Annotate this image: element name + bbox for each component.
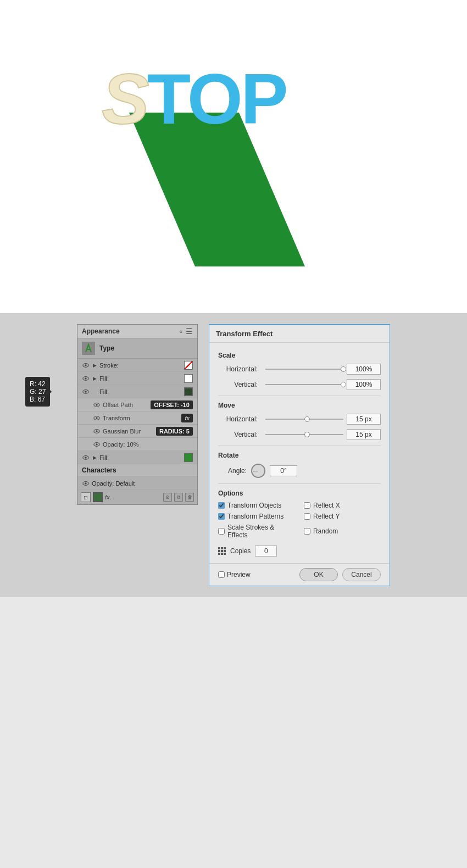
transform-objects-checkbox[interactable] bbox=[218, 502, 225, 509]
grid-dot-1 bbox=[218, 547, 220, 549]
ok-button[interactable]: OK bbox=[299, 568, 338, 581]
eye-icon-offset[interactable] bbox=[93, 401, 101, 409]
opacity-label: Opacity: 10% bbox=[103, 441, 193, 448]
scale-horizontal-slider[interactable] bbox=[265, 369, 343, 370]
copies-input[interactable] bbox=[255, 546, 277, 557]
eye-icon-fill2[interactable] bbox=[82, 388, 90, 396]
type-row: Type bbox=[77, 338, 197, 359]
blur-label: Gaussian Blur bbox=[103, 428, 154, 435]
type-icon bbox=[82, 342, 95, 355]
fill-row-2[interactable]: R: 42 G: 27 B: 67 Fill: bbox=[77, 385, 197, 398]
color-g: G: 27 bbox=[30, 388, 46, 396]
preview-label: Preview bbox=[227, 571, 251, 578]
eye-svg-opacity bbox=[93, 442, 100, 447]
fill1-swatch[interactable] bbox=[184, 374, 193, 383]
transform-objects-label: Transform Objects bbox=[227, 502, 281, 509]
copies-label: Copies bbox=[230, 547, 251, 555]
panel-title-bar: Appearance « ☰ bbox=[77, 325, 197, 338]
options-section-label: Options bbox=[218, 489, 381, 497]
opacity-default-row[interactable]: Opacity: Default bbox=[77, 477, 197, 490]
eye-icon-stroke[interactable] bbox=[82, 361, 90, 369]
dialog-title: Transform Effect bbox=[209, 325, 390, 343]
fill-row-1[interactable]: ▶ Fill: bbox=[77, 372, 197, 385]
move-vertical-label: Vertical: bbox=[218, 431, 262, 438]
letter-s: S bbox=[102, 59, 147, 139]
angle-circle[interactable] bbox=[251, 464, 265, 478]
stroke-swatch[interactable] bbox=[184, 361, 193, 370]
grid-dot-6 bbox=[224, 550, 226, 552]
expand-fill3[interactable]: ▶ bbox=[92, 455, 97, 460]
move-vertical-thumb[interactable] bbox=[304, 432, 310, 437]
expand-stroke[interactable]: ▶ bbox=[92, 363, 97, 368]
scale-strokes-checkbox[interactable] bbox=[218, 528, 225, 535]
fill2-swatch[interactable] bbox=[184, 387, 193, 396]
move-horizontal-row: Horizontal: bbox=[218, 414, 381, 425]
offset-badge: OFFSET: -10 bbox=[151, 400, 193, 409]
panel-collapse-icon[interactable]: « bbox=[179, 329, 182, 335]
delete-btn[interactable]: 🗑 bbox=[185, 493, 194, 502]
scale-vertical-input[interactable] bbox=[347, 379, 381, 390]
move-vertical-slider[interactable] bbox=[265, 434, 343, 435]
no-entry-btn[interactable]: ⊘ bbox=[163, 493, 172, 502]
move-section-label: Move bbox=[218, 402, 381, 409]
fill1-label: Fill: bbox=[99, 375, 184, 382]
move-horizontal-label: Horizontal: bbox=[218, 415, 262, 423]
cancel-button[interactable]: Cancel bbox=[342, 568, 381, 581]
gaussian-blur-row[interactable]: Gaussian Blur RADIUS: 5 bbox=[77, 425, 197, 438]
move-horizontal-slider[interactable] bbox=[265, 419, 343, 420]
fill-icon-footer[interactable] bbox=[93, 492, 103, 502]
move-horizontal-input[interactable] bbox=[347, 414, 381, 425]
stroke-row[interactable]: ▶ Stroke: bbox=[77, 359, 197, 372]
eye-icon-opacity-default[interactable] bbox=[82, 480, 90, 487]
expand-fill1[interactable]: ▶ bbox=[92, 376, 97, 381]
middle-section: Appearance « ☰ Type ▶ S bbox=[0, 313, 467, 597]
reflect-x-checkbox[interactable] bbox=[304, 502, 310, 509]
transform-row[interactable]: Transform fx bbox=[77, 411, 197, 425]
preview-checkbox[interactable] bbox=[218, 571, 225, 578]
opacity-row[interactable]: Opacity: 10% bbox=[77, 438, 197, 451]
svg-point-8 bbox=[96, 404, 97, 405]
scale-section-label: Scale bbox=[218, 352, 381, 359]
svg-point-14 bbox=[96, 443, 97, 445]
fx-badge: fx bbox=[181, 414, 193, 422]
fill3-swatch[interactable] bbox=[184, 453, 193, 462]
grid-dot-2 bbox=[221, 547, 223, 549]
canvas-area: STOP bbox=[0, 0, 467, 313]
svg-point-4 bbox=[85, 377, 86, 379]
rotate-row: Angle: bbox=[218, 464, 381, 478]
reflect-x-row: Reflect X bbox=[304, 502, 381, 509]
eye-svg-opacity-default bbox=[82, 481, 89, 486]
appearance-panel: Appearance « ☰ Type ▶ S bbox=[77, 324, 198, 505]
canvas-content: STOP bbox=[69, 47, 398, 266]
angle-input[interactable] bbox=[270, 465, 297, 476]
transform-label: Transform bbox=[103, 415, 179, 421]
eye-svg-fill2 bbox=[82, 389, 89, 394]
reflect-y-row: Reflect Y bbox=[304, 513, 381, 520]
expand-fill2[interactable] bbox=[92, 389, 97, 394]
angle-line bbox=[253, 471, 258, 471]
scale-horizontal-thumb[interactable] bbox=[341, 366, 346, 372]
panel-menu-icon[interactable]: ☰ bbox=[186, 327, 193, 336]
eye-icon-opacity[interactable] bbox=[93, 441, 101, 448]
eye-icon-fill1[interactable] bbox=[82, 375, 90, 382]
transform-patterns-checkbox[interactable] bbox=[218, 513, 225, 520]
fx-footer-label[interactable]: fx. bbox=[105, 494, 112, 500]
color-tooltip: R: 42 G: 27 B: 67 bbox=[25, 377, 50, 407]
move-horizontal-thumb[interactable] bbox=[304, 416, 310, 422]
scale-vertical-thumb[interactable] bbox=[341, 382, 346, 387]
eye-svg-fill1 bbox=[82, 376, 89, 381]
copy-btn[interactable]: ⧉ bbox=[174, 493, 183, 502]
stroke-label: Stroke: bbox=[99, 362, 184, 369]
eye-icon-blur[interactable] bbox=[93, 427, 101, 435]
scale-horizontal-input[interactable] bbox=[347, 364, 381, 375]
eye-icon-transform[interactable] bbox=[93, 414, 101, 422]
random-checkbox[interactable] bbox=[304, 528, 310, 535]
new-item-icon[interactable]: □ bbox=[81, 492, 91, 502]
scale-vertical-slider[interactable] bbox=[265, 384, 343, 385]
separator-3 bbox=[218, 483, 381, 484]
eye-icon-fill3[interactable] bbox=[82, 454, 90, 461]
offset-path-row[interactable]: Offset Path OFFSET: -10 bbox=[77, 398, 197, 411]
reflect-y-checkbox[interactable] bbox=[304, 513, 310, 520]
move-vertical-input[interactable] bbox=[347, 429, 381, 440]
fill-row-3[interactable]: ▶ Fill: bbox=[77, 451, 197, 464]
